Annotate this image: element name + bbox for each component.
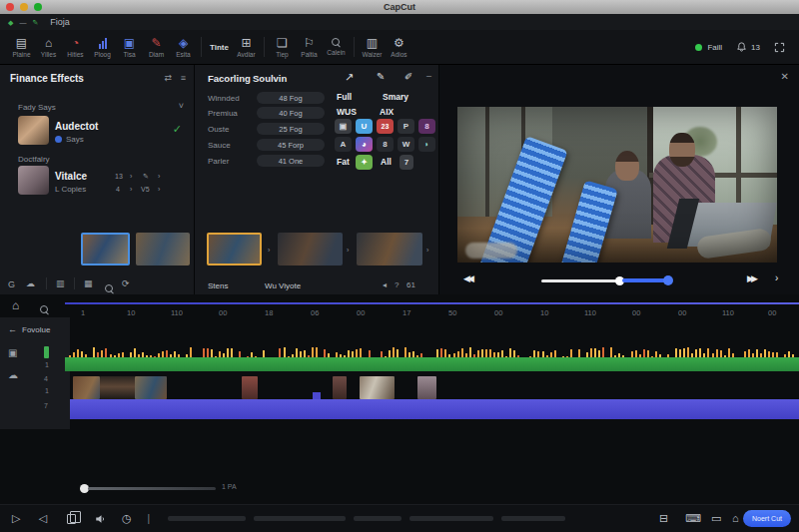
tab-folder[interactable]: ❏ Tiep (269, 37, 296, 58)
mixer-icon[interactable]: ▥ (56, 278, 65, 288)
search-icon[interactable] (40, 305, 49, 314)
back-small-icon[interactable]: ◂ (383, 280, 387, 289)
footer-viyote[interactable]: Wu Viyote (265, 281, 301, 290)
option-fat[interactable]: Fat (337, 157, 350, 167)
home-icon[interactable]: ⌂ (732, 513, 739, 524)
video-preview[interactable] (457, 107, 777, 263)
video-clip[interactable] (360, 376, 395, 399)
cloud-icon[interactable]: ☁ (8, 369, 18, 380)
app-icon[interactable]: A (335, 137, 352, 152)
option-wus[interactable]: WUS (337, 107, 357, 117)
person-card-icon[interactable]: ▣ (8, 347, 17, 358)
cloud-icon[interactable]: ☁ (26, 278, 35, 288)
search-icon[interactable] (105, 284, 114, 293)
app-icon[interactable]: P (398, 119, 414, 134)
tab-announce[interactable]: ⚐ Paltia (296, 37, 323, 58)
tab-text[interactable]: ▣ Tisa (116, 37, 143, 58)
next-frame-icon[interactable]: › (775, 272, 778, 283)
pencil-icon[interactable]: ✎ (143, 173, 149, 181)
value-pill[interactable]: 41 One (257, 155, 325, 167)
option-full[interactable]: Full (337, 92, 352, 102)
app-icon[interactable]: U (356, 119, 373, 134)
value-pill[interactable]: 40 Fog (257, 107, 325, 119)
value-pill[interactable]: 25 Fog (257, 123, 325, 135)
option-all[interactable]: All (381, 157, 392, 167)
chevron-right-icon[interactable]: › (130, 186, 132, 193)
audio-track[interactable] (65, 357, 799, 371)
fast-forward-button[interactable]: ▶▶ (747, 273, 755, 283)
home-icon[interactable]: ⌂ (12, 298, 19, 312)
progress-track-played[interactable] (541, 279, 619, 282)
tab-timer[interactable]: ◔ Hities (62, 37, 89, 58)
tab-draw[interactable]: ✎ Diam (143, 37, 170, 58)
app-icon[interactable]: ◕ (356, 137, 373, 152)
video-clip[interactable] (242, 376, 258, 399)
rect-icon[interactable]: ▭ (711, 513, 721, 524)
expand-icon[interactable] (774, 42, 785, 53)
volume-icon[interactable] (94, 513, 106, 525)
clip-thumbnail[interactable] (278, 233, 343, 266)
chevron-right-icon[interactable]: › (158, 186, 160, 193)
tab-tinte[interactable]: Tinte (206, 43, 233, 52)
back-icon[interactable]: ◁ (38, 513, 46, 524)
video-clip[interactable] (100, 376, 135, 399)
app-icon[interactable]: 23 (377, 119, 394, 134)
video-clip[interactable] (333, 376, 347, 399)
tab-mixer[interactable]: ▥ Waizer (359, 37, 386, 58)
sort-icon[interactable]: ⇄ (164, 73, 172, 83)
effect-thumbnail[interactable] (136, 233, 190, 266)
menu-file[interactable]: Fioja (50, 17, 70, 27)
video-clip[interactable] (135, 376, 167, 399)
avatar[interactable] (18, 116, 49, 145)
overlay-track[interactable] (70, 399, 799, 419)
option-smary[interactable]: Smary (383, 92, 408, 102)
export-button[interactable]: Noert Cut (743, 510, 791, 527)
app-icon[interactable]: 8 (377, 137, 394, 152)
app-icon[interactable]: ▣ (335, 119, 352, 134)
video-clip[interactable] (417, 376, 436, 399)
list-item-name[interactable]: Audectot (55, 121, 98, 132)
chevron-right-icon[interactable]: › (130, 173, 132, 180)
pen-icon[interactable]: ✐ (404, 71, 412, 82)
notification-button[interactable]: 13 (736, 41, 760, 53)
value-pill[interactable]: 48 Fog (257, 92, 325, 104)
avatar[interactable] (18, 166, 49, 195)
effect-thumbnail-selected[interactable] (81, 233, 130, 266)
pencil-icon[interactable]: ✎ (377, 71, 385, 82)
value-pill[interactable]: 45 Forp (257, 139, 325, 151)
share-arrow-icon[interactable]: ↗ (345, 71, 354, 84)
video-clip[interactable] (73, 376, 100, 399)
app-icon[interactable]: 8 (418, 119, 435, 134)
app-icon[interactable]: ✦ (356, 155, 373, 170)
tab-audio[interactable]: Ploog (89, 37, 116, 58)
timeline-scrollbar[interactable] (88, 487, 216, 490)
help-icon[interactable]: ? (395, 280, 399, 289)
refresh-icon[interactable]: ⟳ (122, 278, 130, 288)
tab-search[interactable]: Calein (323, 38, 350, 56)
keyboard-icon[interactable]: ⌨ (685, 513, 701, 524)
tab-media[interactable]: ▤ Plaine (8, 37, 35, 58)
grid-icon[interactable]: ▦ (84, 278, 93, 288)
clip-thumbnail-selected[interactable] (207, 233, 262, 266)
close-icon[interactable]: ✕ (781, 71, 789, 82)
tab-home[interactable]: ⌂ Yilles (35, 37, 62, 58)
clock-icon[interactable]: ◷ (122, 513, 132, 524)
clip-thumbnail[interactable] (357, 233, 422, 266)
card-icon[interactable]: ⊟ (659, 513, 668, 524)
play-icon[interactable]: ▷ (12, 513, 20, 524)
progress-knob-blue[interactable] (663, 275, 673, 285)
chevron-down-icon[interactable]: ˅ (179, 101, 184, 111)
tab-settings[interactable]: ⚙ Adios (386, 37, 412, 58)
progress-track-blue[interactable] (622, 278, 667, 282)
back-arrow-icon[interactable]: ← (8, 324, 17, 334)
list-item-name[interactable]: Vitalce (55, 171, 87, 182)
rewind-button[interactable]: ◀◀ (463, 273, 471, 283)
option-aix[interactable]: AIX (380, 107, 394, 117)
filter-icon[interactable]: ≡ (181, 73, 186, 83)
tab-effects[interactable]: ◈ Esita (170, 37, 197, 58)
g-button[interactable]: G (8, 279, 15, 289)
copy-icon[interactable] (67, 514, 76, 524)
chevron-right-icon[interactable]: › (158, 173, 160, 180)
footer-stens[interactable]: Stens (208, 281, 228, 290)
tab-overlay[interactable]: ⊞ Avdiar (233, 37, 260, 58)
